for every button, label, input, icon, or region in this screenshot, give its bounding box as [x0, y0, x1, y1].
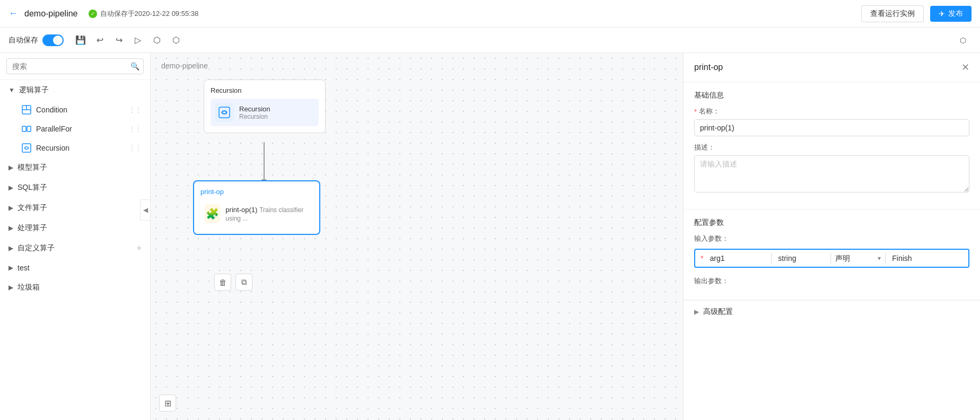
add-custom-button[interactable]: +: [137, 243, 142, 253]
desc-field-row: 描述：: [694, 143, 969, 194]
param-value-input[interactable]: [890, 253, 963, 264]
param-mode-select-wrap: 声明 ▾: [835, 254, 881, 262]
sidebar-item-recursion-label: Recursion: [36, 144, 125, 152]
name-input[interactable]: [694, 119, 969, 136]
play-button[interactable]: ▷: [129, 32, 146, 49]
publish-label: 发布: [948, 9, 963, 19]
close-panel-button[interactable]: ✕: [961, 62, 969, 73]
sidebar-group-file: ▶ 文件算子: [0, 198, 150, 218]
sidebar-item-parallelfor-label: ParallelFor: [36, 125, 125, 133]
svg-rect-3: [22, 126, 26, 132]
view-instance-button[interactable]: 查看运行实例: [861, 5, 924, 22]
collapse-sidebar-button[interactable]: ◀: [140, 199, 151, 221]
param-name-input[interactable]: [707, 253, 767, 264]
basic-info-section: 基础信息 * 名称： 描述：: [684, 82, 980, 209]
output-params-label: 输出参数：: [694, 276, 969, 286]
recursion-node-icon: [215, 103, 234, 122]
svg-rect-5: [22, 144, 31, 152]
sidebar-group-trash-label: 垃圾箱: [18, 283, 40, 292]
parallelfor-icon: [21, 124, 32, 134]
main-layout: 🔍 ▼ 逻辑算子 Condition ⋮⋮ Paralle: [0, 53, 980, 420]
arrow-right-icon6: ▶: [8, 264, 13, 272]
sidebar-group-file-label: 文件算子: [18, 203, 47, 213]
sidebar-group-process-header[interactable]: ▶ 处理算子: [0, 218, 150, 238]
undo-button[interactable]: ↩: [91, 32, 108, 49]
connector-line: [264, 142, 265, 180]
sidebar-group-trash-header[interactable]: ▶ 垃圾箱: [0, 277, 150, 298]
name-label-text: 名称：: [699, 107, 720, 116]
param-required-star: *: [701, 254, 703, 262]
delete-node-button[interactable]: 🗑: [214, 274, 231, 291]
sidebar-item-condition-label: Condition: [36, 106, 125, 114]
sidebar-group-logic: ▼ 逻辑算子 Condition ⋮⋮ ParallelFor ⋮⋮: [0, 80, 150, 158]
sidebar-group-custom-header[interactable]: ▶ 自定义算子 +: [0, 238, 150, 258]
publish-button[interactable]: ✈ 发布: [930, 6, 972, 22]
save-button[interactable]: 💾: [72, 32, 89, 49]
param-divider2: [830, 253, 831, 264]
arrow-right-advanced-icon: ▶: [694, 308, 699, 316]
auto-save-toggle[interactable]: [42, 34, 64, 46]
name-required-star: *: [694, 108, 697, 116]
advanced-toggle-button[interactable]: ▶ 高级配置: [694, 307, 969, 317]
desc-input[interactable]: [694, 155, 969, 192]
sidebar-group-process-label: 处理算子: [18, 223, 47, 233]
sidebar-group-sql-header[interactable]: ▶ SQL算子: [0, 178, 150, 198]
sidebar-item-recursion[interactable]: Recursion ⋮⋮: [0, 138, 150, 158]
param-type-input[interactable]: [776, 253, 826, 264]
parallelfor-drag-handle[interactable]: ⋮⋮: [129, 125, 142, 133]
sidebar-group-test-header[interactable]: ▶ test: [0, 258, 150, 277]
arrow-right-icon7: ▶: [8, 284, 13, 291]
sidebar-group-sql: ▶ SQL算子: [0, 178, 150, 198]
copy-node-button[interactable]: ⧉: [235, 274, 252, 291]
arrow-right-icon5: ▶: [8, 244, 13, 252]
import-button[interactable]: ⬡: [168, 32, 185, 49]
auto-save-text: 自动保存于2020-12-22 09:55:38: [100, 9, 199, 19]
redo-button[interactable]: ↪: [110, 32, 127, 49]
sidebar-group-model: ▶ 模型算子: [0, 158, 150, 178]
param-mode-select[interactable]: 声明: [835, 254, 878, 262]
recursion-node-title: Recursion: [211, 86, 319, 94]
export-button[interactable]: ⬡: [148, 32, 165, 49]
recursion-node-inner: Recursion Recursion: [211, 99, 319, 126]
sidebar-group-model-header[interactable]: ▶ 模型算子: [0, 158, 150, 178]
status-dot-icon: [89, 10, 97, 18]
sidebar-group-sql-label: SQL算子: [18, 183, 47, 192]
sidebar-item-condition[interactable]: Condition ⋮⋮: [0, 100, 150, 119]
condition-drag-handle[interactable]: ⋮⋮: [129, 106, 142, 113]
advanced-section: ▶ 高级配置: [684, 300, 980, 323]
arrow-right-icon2: ▶: [8, 184, 13, 191]
printop-node-name: print-op(1): [225, 206, 257, 214]
basic-info-title: 基础信息: [694, 91, 969, 100]
back-button[interactable]: ←: [8, 8, 18, 19]
sidebar-group-test: ▶ test: [0, 258, 150, 277]
sidebar-group-file-header[interactable]: ▶ 文件算子: [0, 198, 150, 218]
auto-save-label: 自动保存: [8, 36, 38, 45]
pipeline-canvas[interactable]: demo-pipeline Recursion Recursion Recurs…: [151, 53, 683, 420]
sidebar-group-test-label: test: [18, 264, 30, 272]
search-icon: 🔍: [130, 62, 139, 71]
settings-icon[interactable]: ⬡: [955, 32, 972, 49]
recursion-node-name: Recursion: [239, 105, 270, 113]
search-input[interactable]: [6, 58, 144, 74]
app-header: ← demo-pipeline 自动保存于2020-12-22 09:55:38…: [0, 0, 980, 28]
sidebar-item-parallelfor[interactable]: ParallelFor ⋮⋮: [0, 119, 150, 138]
sidebar-group-logic-header[interactable]: ▼ 逻辑算子: [0, 80, 150, 100]
sidebar: 🔍 ▼ 逻辑算子 Condition ⋮⋮ Paralle: [0, 53, 151, 420]
pipeline-title: demo-pipeline: [24, 9, 78, 19]
recursion-node-text: Recursion Recursion: [239, 105, 270, 120]
recursion-node[interactable]: Recursion Recursion Recursion: [204, 80, 326, 133]
sidebar-group-model-label: 模型算子: [18, 163, 47, 172]
right-panel: print-op ✕ 基础信息 * 名称： 描述： 配置参数 输: [683, 53, 980, 420]
arrow-right-icon4: ▶: [8, 224, 13, 232]
arrow-down-icon: ▼: [8, 86, 15, 94]
canvas-zoom-button[interactable]: ⊞: [159, 395, 176, 412]
svg-rect-4: [27, 126, 31, 132]
recursion-drag-handle[interactable]: ⋮⋮: [129, 144, 142, 152]
advanced-label: 高级配置: [703, 307, 733, 317]
printop-node[interactable]: print-op 🧩 print-op(1) Trains classifier…: [193, 180, 320, 235]
chevron-down-icon: ▾: [878, 255, 881, 262]
printop-node-inner: 🧩 print-op(1) Trains classifier using ..…: [200, 200, 313, 228]
right-panel-title: print-op: [694, 63, 723, 72]
config-params-title: 配置参数: [694, 218, 969, 228]
search-box: 🔍: [0, 53, 150, 80]
